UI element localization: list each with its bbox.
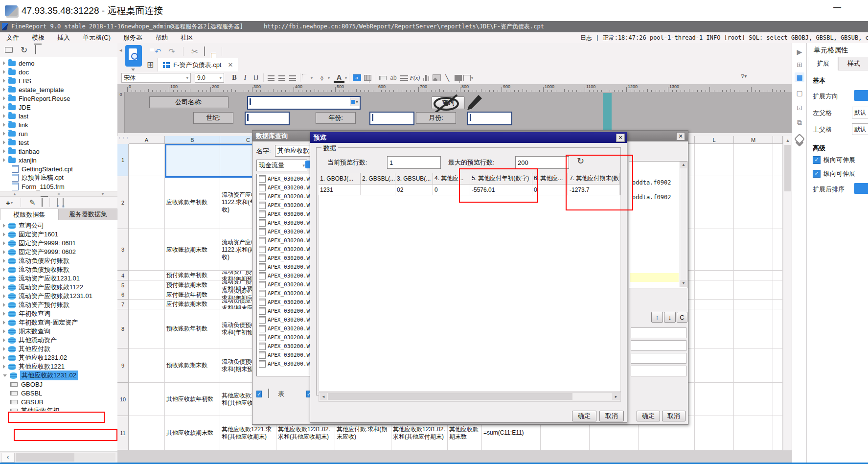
expand-arrow-icon[interactable] (3, 303, 5, 307)
cell-M7[interactable] (734, 300, 773, 309)
file-tree-folder[interactable]: test (0, 138, 117, 147)
expand-arrow-icon[interactable] (3, 250, 5, 254)
file-tree-folder[interactable]: xianjin (0, 156, 117, 164)
preview-hscrollbar[interactable]: ◂ ▸ (319, 392, 621, 402)
cell-A5[interactable] (129, 280, 165, 290)
dataset-item[interactable]: 流动资产应收账款1122 (0, 283, 117, 292)
expand-arrow-icon[interactable] (3, 285, 5, 289)
file-tree-folder[interactable]: doc (0, 68, 117, 76)
preview-report-button[interactable] (125, 45, 142, 67)
cell-A10[interactable] (129, 383, 165, 416)
parameter-row[interactable] (631, 327, 686, 338)
column-header-L[interactable]: L (695, 136, 734, 144)
cell-M6[interactable] (734, 290, 773, 300)
cell-B8[interactable]: 预收账款年初数 (165, 309, 220, 348)
expand-arrow-icon[interactable] (3, 232, 5, 236)
cell-x7[interactable] (773, 300, 783, 309)
cell-x2[interactable] (773, 176, 783, 229)
delete-dataset-icon[interactable] (42, 198, 43, 207)
cell-L4[interactable] (695, 271, 734, 280)
cell-B9[interactable]: 预收账款期末数 (165, 348, 220, 383)
refresh-preview-icon[interactable]: ↻ (577, 156, 584, 166)
row-header-4[interactable]: 4 (117, 271, 129, 280)
cell-A4[interactable] (129, 271, 165, 280)
dataset-item[interactable]: 年初数查询 (0, 309, 117, 318)
float-element-icon[interactable]: ▢ (795, 88, 804, 98)
dataset-field-其他应收年初[interactable]: 其他应收年初 (0, 406, 117, 411)
add-dataset-button[interactable]: +▾ (5, 198, 14, 207)
cell-B11[interactable]: 其他应收款期末数 (165, 416, 220, 450)
expand-arrow-icon[interactable] (3, 123, 5, 127)
expand-arrow-icon[interactable] (3, 268, 5, 272)
text-button[interactable]: ab (388, 73, 399, 83)
underline-button[interactable]: U (251, 73, 261, 83)
file-tree-folder[interactable]: EBS (0, 76, 117, 85)
file-tree-folder[interactable]: demo (0, 59, 117, 68)
column-header-A[interactable]: A (129, 136, 165, 144)
scroll-left-button[interactable]: ‹ (1, 453, 15, 463)
refresh-icon[interactable]: ↻ (20, 46, 28, 54)
combo-dropdown-button[interactable]: ▾ (350, 97, 359, 106)
dataset-item[interactable]: 流动资产应收1231.01 (0, 274, 117, 283)
rect-button[interactable] (463, 75, 471, 81)
expand-arrow-icon[interactable] (3, 132, 5, 136)
preview-ok-button[interactable]: 确定 (572, 411, 596, 421)
hscroll-thumb[interactable] (16, 453, 74, 462)
grid-corner-handle[interactable]: ⋮⋮⋮ (117, 136, 129, 144)
widget-props-icon[interactable]: ⊡ (795, 103, 804, 113)
param-move-down-button[interactable]: ↓ (664, 312, 676, 323)
cell-x1[interactable] (773, 144, 783, 176)
expand-arrow-icon[interactable] (3, 294, 5, 298)
image-button[interactable] (431, 73, 442, 83)
borders-dropdown[interactable] (302, 74, 310, 81)
company-label-widget[interactable]: 公司名称: (149, 96, 228, 108)
dataset-item[interactable]: 年初数查询-固定资产 (0, 318, 117, 327)
expand-arrow-icon[interactable] (3, 88, 5, 92)
collapse-left-icon[interactable]: ◂ (119, 47, 122, 53)
month-label-widget[interactable]: 月份: (416, 112, 456, 124)
query-dialog-close-button[interactable]: ✕ (676, 132, 685, 140)
sql-vscrollbar[interactable]: ▲▼ (680, 162, 687, 287)
expand-arrow-icon[interactable] (3, 338, 5, 342)
edit-pencil-icon[interactable] (466, 94, 482, 112)
expand-arrow-icon[interactable] (3, 347, 5, 351)
preview-cancel-button[interactable]: 取消 (599, 411, 624, 421)
cell-x4[interactable] (773, 271, 783, 280)
cell-M8[interactable] (734, 309, 773, 348)
hscroll-thumb[interactable] (328, 393, 572, 400)
dataset-item[interactable]: 流动负债应付账款 (0, 256, 117, 265)
row-header-1[interactable]: 1 (117, 144, 129, 176)
dataset-item-selected[interactable]: 其他应收款1231.02 (0, 371, 117, 380)
sort-after-expand-control[interactable] (854, 183, 868, 194)
expand-arrow-icon[interactable] (3, 321, 5, 325)
dataset-settings-icon[interactable] (63, 198, 64, 207)
query-cancel-button[interactable]: 取消 (662, 411, 685, 421)
expand-arrow-icon[interactable] (3, 70, 5, 74)
cell-B10[interactable]: 其他应收款年初数 (165, 383, 220, 416)
open-folder-icon[interactable] (5, 47, 13, 53)
current-rows-input[interactable]: 1 (387, 156, 441, 169)
preview-dialog-close-button[interactable]: ✕ (616, 134, 625, 142)
file-tree-file[interactable]: 原预算底稿.cpt (0, 173, 117, 182)
dataset-item[interactable]: 查询公司 (0, 221, 117, 230)
rich-text-button[interactable] (399, 73, 410, 83)
dataset-item[interactable]: 其他应收1231.02 (0, 353, 117, 362)
font-family-select[interactable]: 宋体▾ (121, 73, 191, 83)
preview-col-header[interactable]: 2. GBSBL(... (361, 173, 395, 185)
dataset-item[interactable]: 期末数查询 (0, 327, 117, 336)
preview-dialog-titlebar[interactable]: 预览 (310, 132, 627, 143)
cell-L6[interactable] (695, 290, 734, 300)
panel-splitter[interactable]: ▲=▼ (0, 191, 117, 197)
condition-props-icon[interactable]: ⧉ (795, 117, 804, 127)
row-header-6[interactable]: 6 (117, 290, 129, 300)
expand-horizontal-checkbox[interactable]: ✓横向可伸展 (813, 156, 855, 164)
row-header-5[interactable]: 5 (117, 280, 129, 290)
cell-L8[interactable] (695, 309, 734, 348)
dataset-item[interactable]: 固定资产1601 (0, 230, 117, 239)
cell-x5[interactable] (773, 280, 783, 290)
expand-arrow-icon[interactable] (3, 96, 5, 100)
menu-帮助[interactable]: 帮助 (149, 32, 174, 43)
italic-button[interactable]: I (240, 73, 251, 83)
formula-button[interactable]: F(x) (410, 73, 420, 83)
dataset-item[interactable]: 固定资产9999: 0601 (0, 239, 117, 248)
